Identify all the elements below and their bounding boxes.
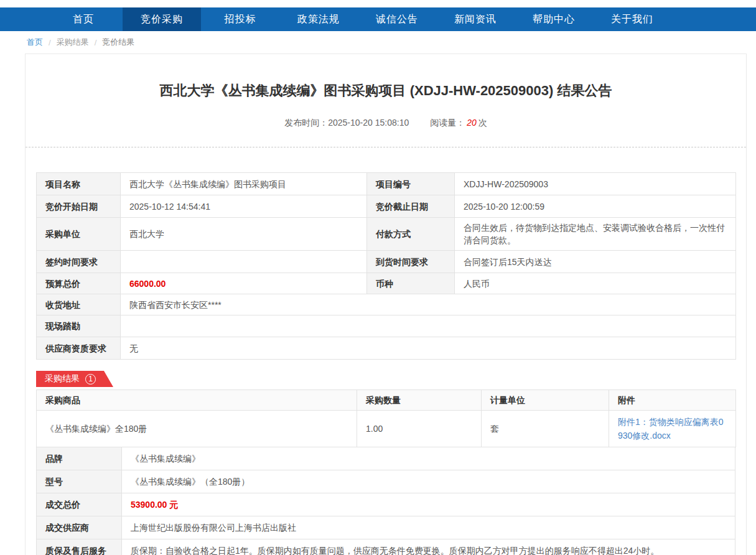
- field-label: 收货地址: [37, 294, 121, 315]
- field-value: XDJJ-HW-202509003: [455, 173, 736, 195]
- breadcrumb-home[interactable]: 首页: [27, 37, 43, 48]
- field-label: 成交供应商: [37, 516, 122, 539]
- views-count: 20: [467, 118, 477, 128]
- page-title: 西北大学《丛书集成续编》图书采购项目 (XDJJ-HW-202509003) 结…: [26, 82, 746, 100]
- nav-item-about-us[interactable]: 关于我们: [593, 7, 671, 31]
- table-row-brand: 品牌 《丛书集成续编》: [37, 447, 735, 470]
- column-header-attachment: 附件: [609, 390, 736, 411]
- table-row-supplier-qualification: 供应商资质要求 无: [37, 337, 736, 360]
- table-row-product: 《丛书集成续编》全180册 1.00 套 附件1：货物类响应偏离表0930修改.…: [37, 411, 736, 447]
- field-value: 西北大学《丛书集成续编》图书采购项目: [121, 173, 367, 195]
- field-value: 陕西省西安市长安区****: [121, 294, 736, 315]
- field-label: 竞价截止日期: [367, 195, 455, 218]
- views-unit: 次: [478, 118, 487, 128]
- top-white-strip: [0, 0, 756, 7]
- budget-total-value: 66000.00: [121, 273, 367, 294]
- badge-count: 1: [85, 374, 96, 385]
- announcement-card: 西北大学《丛书集成续编》图书采购项目 (XDJJ-HW-202509003) 结…: [25, 54, 747, 555]
- table-row-site-survey: 现场踏勘: [37, 315, 736, 337]
- breadcrumb-procurement-results[interactable]: 采购结果: [57, 37, 89, 48]
- field-value: [121, 251, 367, 273]
- field-label: 质保及售后服务: [37, 539, 122, 555]
- field-value: 2025-10-20 12:00:59: [455, 195, 736, 218]
- product-result-table: 采购商品 采购数量 计量单位 附件 《丛书集成续编》全180册 1.00 套 附…: [36, 389, 736, 447]
- publish-time-value: 2025-10-20 15:08:10: [328, 118, 409, 128]
- nav-item-policies[interactable]: 政策法规: [279, 7, 358, 31]
- project-info-table: 项目名称 西北大学《丛书集成续编》图书采购项目 项目编号 XDJJ-HW-202…: [36, 172, 736, 360]
- field-label: 项目编号: [367, 173, 455, 195]
- field-value: 人民币: [455, 273, 736, 294]
- article-meta: 发布时间：2025-10-20 15:08:10阅读量：20次: [26, 118, 746, 129]
- breadcrumb-separator: /: [49, 38, 51, 47]
- product-unit: 套: [482, 411, 609, 447]
- main-navigation: 首页 竞价采购 招投标 政策法规 诚信公告 新闻资讯 帮助中心 关于我们: [0, 7, 756, 31]
- field-label: 采购单位: [37, 218, 121, 251]
- table-row-signing-delivery: 签约时间要求 到货时间要求 合同签订后15天内送达: [37, 251, 736, 273]
- table-header-row: 采购商品 采购数量 计量单位 附件: [37, 390, 736, 411]
- field-value: 西北大学: [121, 218, 367, 251]
- nav-item-bidding-procurement[interactable]: 竞价采购: [123, 7, 201, 31]
- field-value: 《丛书集成续编》（全180册）: [122, 470, 735, 493]
- field-value: 无: [121, 337, 736, 360]
- dashed-divider: [26, 147, 746, 147]
- column-header-quantity: 采购数量: [357, 390, 482, 411]
- field-label: 签约时间要求: [37, 251, 121, 273]
- field-value: 质保期：自验收合格之日起1年。质保期内如有质量问题，供应商无条件免费更换。质保期…: [122, 539, 735, 555]
- nav-item-integrity-notices[interactable]: 诚信公告: [358, 7, 436, 31]
- table-row-project-name: 项目名称 西北大学《丛书集成续编》图书采购项目 项目编号 XDJJ-HW-202…: [37, 173, 736, 195]
- table-row-purchaser-payment: 采购单位 西北大学 付款方式 合同生效后，待货物到达指定地点、安装调试验收合格后…: [37, 218, 736, 251]
- field-value: 上海世纪出版股份有限公司上海书店出版社: [122, 516, 735, 539]
- product-quantity: 1.00: [357, 411, 482, 447]
- deal-total-price-value: 53900.00 元: [122, 493, 735, 516]
- nav-item-home[interactable]: 首页: [44, 7, 123, 31]
- nav-item-tendering[interactable]: 招投标: [201, 7, 279, 31]
- field-label: 付款方式: [367, 218, 455, 251]
- field-label: 供应商资质要求: [37, 337, 121, 360]
- publish-time-label: 发布时间：: [284, 118, 328, 128]
- field-label: 品牌: [37, 447, 122, 470]
- field-label: 币种: [367, 273, 455, 294]
- field-label: 项目名称: [37, 173, 121, 195]
- field-label: 竞价开始日期: [37, 195, 121, 218]
- column-header-product: 采购商品: [37, 390, 357, 411]
- field-value: 2025-10-12 14:54:41: [121, 195, 367, 218]
- deal-detail-table: 品牌 《丛书集成续编》 型号 《丛书集成续编》（全180册） 成交总价 5390…: [36, 447, 735, 555]
- table-row-model: 型号 《丛书集成续编》（全180册）: [37, 470, 735, 493]
- field-value: 合同生效后，待货物到达指定地点、安装调试验收合格后，一次性付清合同货款。: [455, 218, 736, 251]
- field-label: 型号: [37, 470, 122, 493]
- table-row-deal-total-price: 成交总价 53900.00 元: [37, 493, 735, 516]
- table-row-delivery-address: 收货地址 陕西省西安市长安区****: [37, 294, 736, 315]
- field-label: 成交总价: [37, 493, 122, 516]
- procurement-result-badge: 采购结果 1: [36, 371, 113, 387]
- field-value: [121, 315, 736, 337]
- column-header-unit: 计量单位: [482, 390, 609, 411]
- field-label: 到货时间要求: [367, 251, 455, 273]
- field-value: 合同签订后15天内送达: [455, 251, 736, 273]
- field-label: 现场踏勘: [37, 315, 121, 337]
- breadcrumb-bidding-results: 竞价结果: [102, 37, 134, 48]
- attachment-link[interactable]: 附件1：货物类响应偏离表0930修改.docx: [618, 417, 724, 441]
- field-value: 《丛书集成续编》: [122, 447, 735, 470]
- views-label: 阅读量：: [430, 118, 465, 128]
- field-label: 预算总价: [37, 273, 121, 294]
- breadcrumb-separator: /: [95, 38, 97, 47]
- product-name: 《丛书集成续编》全180册: [37, 411, 357, 447]
- table-row-bidding-dates: 竞价开始日期 2025-10-12 14:54:41 竞价截止日期 2025-1…: [37, 195, 736, 218]
- table-row-warranty-service: 质保及售后服务 质保期：自验收合格之日起1年。质保期内如有质量问题，供应商无条件…: [37, 539, 735, 555]
- badge-label: 采购结果: [45, 373, 80, 385]
- nav-item-help-center[interactable]: 帮助中心: [515, 7, 593, 31]
- table-row-winning-supplier: 成交供应商 上海世纪出版股份有限公司上海书店出版社: [37, 516, 735, 539]
- nav-item-news[interactable]: 新闻资讯: [436, 7, 515, 31]
- breadcrumb: 首页 / 采购结果 / 竞价结果: [0, 31, 756, 54]
- table-row-budget-currency: 预算总价 66000.00 币种 人民币: [37, 273, 736, 294]
